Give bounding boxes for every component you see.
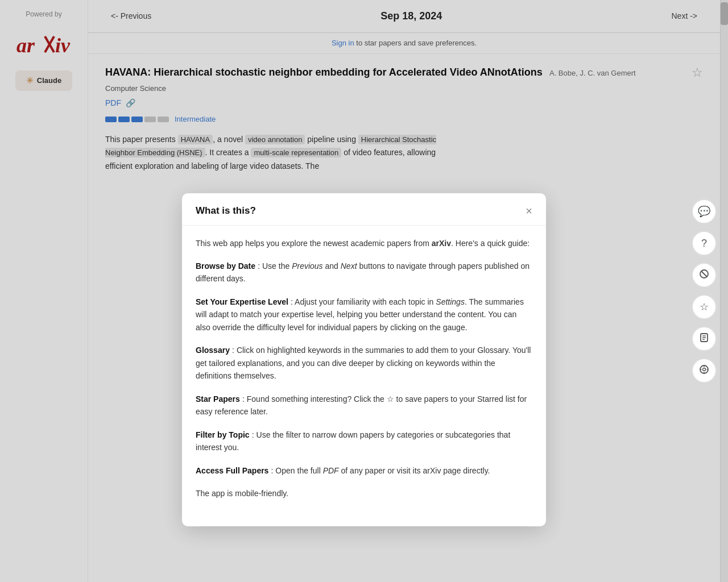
- modal-close-button[interactable]: ×: [526, 205, 532, 217]
- star-sidebar-button[interactable]: ☆: [692, 294, 717, 319]
- svg-point-11: [703, 368, 706, 371]
- modal-section-access-title: Access Full Papers: [196, 466, 268, 475]
- filter-icon: [699, 269, 709, 282]
- filter-button[interactable]: [692, 263, 717, 288]
- svg-line-5: [701, 271, 707, 277]
- comment-icon: 💬: [698, 205, 710, 218]
- arxiv-bold: arXiv: [432, 239, 451, 248]
- modal-section-browse-title: Browse by Date: [196, 261, 255, 271]
- question-button[interactable]: ?: [692, 231, 717, 256]
- modal-section-mobile-text: The app is mobile-friendly.: [196, 489, 288, 498]
- modal-section-filter-title: Filter by Topic: [196, 430, 250, 439]
- modal-section-filter: Filter by Topic : Use the filter to narr…: [196, 429, 532, 454]
- modal-section-star: Star Papers : Found something interestin…: [196, 393, 532, 418]
- right-sidebar: 💬 ? ☆: [692, 199, 717, 383]
- modal-section-browse: Browse by Date : Use the Previous and Ne…: [196, 260, 532, 285]
- modal-section-mobile: The app is mobile-friendly.: [196, 487, 532, 500]
- modal-section-glossary: Glossary : Click on highlighted keywords…: [196, 344, 532, 383]
- modal-body: This web app helps you explore the newes…: [182, 226, 546, 526]
- question-icon: ?: [701, 238, 707, 250]
- settings-button[interactable]: [692, 358, 717, 383]
- settings-icon: [699, 364, 709, 377]
- book-button[interactable]: [692, 326, 717, 351]
- modal-section-glossary-title: Glossary: [196, 346, 230, 355]
- modal-header: What is this? ×: [182, 193, 546, 226]
- modal-section-star-text: : Found something interesting? Click the…: [196, 394, 527, 417]
- modal-title: What is this?: [196, 203, 256, 218]
- modal-section-access-text: : Open the full PDF of any paper or visi…: [271, 466, 490, 475]
- star-sidebar-icon: ☆: [700, 301, 709, 313]
- comment-button[interactable]: 💬: [692, 199, 717, 224]
- modal-section-expertise: Set Your Expertise Level : Adjust your f…: [196, 296, 532, 334]
- modal: What is this? × This web app helps you e…: [182, 193, 546, 526]
- book-icon: [699, 332, 709, 346]
- modal-section-glossary-text: : Click on highlighted keywords in the s…: [196, 346, 531, 380]
- modal-section-expertise-title: Set Your Expertise Level: [196, 297, 288, 306]
- modal-section-star-title: Star Papers: [196, 394, 240, 404]
- modal-intro: This web app helps you explore the newes…: [196, 237, 532, 250]
- modal-overlay[interactable]: What is this? × This web app helps you e…: [0, 0, 728, 582]
- modal-section-access: Access Full Papers : Open the full PDF o…: [196, 464, 532, 477]
